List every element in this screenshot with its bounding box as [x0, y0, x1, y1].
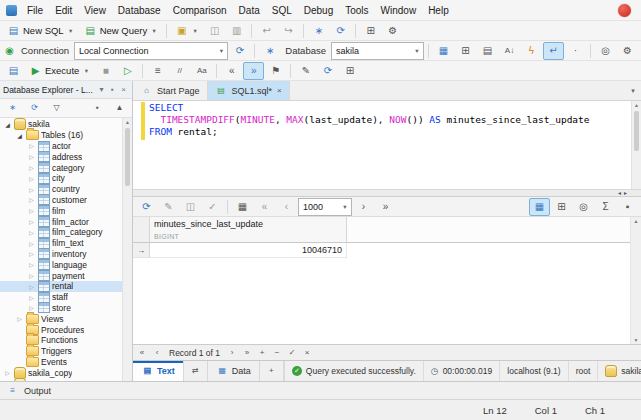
first-record-icon[interactable]: «: [137, 348, 147, 357]
delete-record-icon[interactable]: −: [272, 348, 282, 357]
pin-icon[interactable]: ▪: [107, 85, 118, 94]
menu-window[interactable]: Window: [375, 3, 423, 18]
sql-document-button[interactable]: ▤: [3, 62, 24, 80]
expand-icon[interactable]: ▷: [27, 175, 36, 182]
tree-item-film-category[interactable]: ▷film_category: [0, 227, 122, 238]
close-icon[interactable]: ×: [118, 85, 129, 94]
tree-item-functions[interactable]: Functions: [0, 335, 122, 346]
expand-icon[interactable]: ▷: [27, 304, 36, 311]
explorer-refresh-button[interactable]: ⟳: [24, 99, 45, 117]
menu-sql[interactable]: SQL: [266, 3, 298, 18]
scrollbar-thumb[interactable]: [125, 128, 130, 186]
grid-view-button[interactable]: ▦: [529, 198, 550, 216]
new-sql-button[interactable]: ▤ New SQL ▾: [3, 22, 79, 40]
tab-sql1[interactable]: ▤ SQL1.sql* ×: [208, 81, 290, 100]
grid-options-button[interactable]: ▦: [232, 198, 253, 216]
menu-help[interactable]: Help: [422, 3, 455, 18]
open-button[interactable]: ▣ ▾: [171, 22, 203, 40]
tree-item-procedures[interactable]: Procedures: [0, 324, 122, 335]
expand-icon[interactable]: ▷: [27, 250, 36, 257]
tab-text-view[interactable]: ▤ Text: [133, 361, 184, 381]
refresh-button[interactable]: ⟳: [330, 22, 351, 40]
reconnect-button[interactable]: ⟳: [229, 42, 250, 60]
sql-code[interactable]: SELECT TIMESTAMPDIFF(MINUTE, MAX(last_up…: [147, 101, 631, 189]
next-page-button[interactable]: ›: [353, 198, 374, 216]
save-button[interactable]: ◫: [204, 22, 225, 40]
refresh-results-button[interactable]: ⟳: [136, 198, 157, 216]
menu-edit[interactable]: Edit: [49, 3, 78, 18]
menu-tools[interactable]: Tools: [339, 3, 374, 18]
tree-item-film-text[interactable]: ▷film_text: [0, 238, 122, 249]
undo-button[interactable]: ↩: [256, 22, 277, 40]
tree-item-store[interactable]: ▷store: [0, 303, 122, 314]
stop-button[interactable]: ■: [95, 62, 116, 80]
tree-item-rental[interactable]: ▷rental: [0, 281, 122, 292]
column-header[interactable]: minutes_since_last_update BIGINT: [150, 217, 347, 243]
collapse-left-icon[interactable]: ◂: [618, 191, 621, 195]
refresh-schema-button[interactable]: ⟳: [317, 62, 338, 80]
menu-database[interactable]: Database: [112, 3, 167, 18]
collapse-icon[interactable]: ◢: [3, 121, 12, 128]
tab-data-view[interactable]: ▦ Data: [208, 361, 260, 381]
bookmark-button[interactable]: ⚑: [265, 62, 286, 80]
row-selector[interactable]: →: [133, 243, 150, 258]
tree-item-payment[interactable]: ▷payment: [0, 270, 122, 281]
tree-item-sakila[interactable]: ◢sakila: [0, 119, 122, 130]
expand-icon[interactable]: ▷: [27, 240, 36, 247]
last-page-button[interactable]: »: [375, 198, 396, 216]
aggregates-button[interactable]: Σ: [595, 198, 616, 216]
tree-item-tables-16[interactable]: ◢Tables (16): [0, 130, 122, 141]
page-size-select[interactable]: 1000 ▾: [298, 198, 352, 216]
expand-icon[interactable]: ▷: [27, 294, 36, 301]
expand-icon[interactable]: ▷: [27, 186, 36, 193]
chevron-down-icon[interactable]: ▾: [191, 27, 199, 35]
notification-icon[interactable]: [618, 4, 631, 17]
tree-item-triggers[interactable]: Triggers: [0, 346, 122, 357]
scroll-down-icon[interactable]: ▼: [634, 337, 639, 343]
database-select[interactable]: sakila ▾: [331, 42, 424, 60]
card-view-button[interactable]: ⊞: [551, 198, 572, 216]
tree-item-inventory[interactable]: ▷inventory: [0, 249, 122, 260]
snippet-button[interactable]: ✎: [295, 62, 316, 80]
add-view-tab[interactable]: +: [260, 361, 284, 381]
output-panel[interactable]: ≡ Output: [0, 381, 641, 399]
scroll-up-icon[interactable]: ▲: [634, 218, 639, 224]
chevron-down-icon[interactable]: ▾: [413, 47, 421, 55]
editor-scrollbar[interactable]: ▲: [631, 101, 641, 189]
expand-icon[interactable]: ▷: [27, 218, 36, 225]
pin-results-button[interactable]: ▪: [617, 198, 638, 216]
execution-plan-button[interactable]: ϟ: [521, 42, 542, 60]
first-page-button[interactable]: «: [254, 198, 275, 216]
expand-icon[interactable]: ▷: [27, 153, 36, 160]
tree-item-country[interactable]: ▷country: [0, 184, 122, 195]
menu-debug[interactable]: Debug: [298, 3, 339, 18]
expand-icon[interactable]: ▷: [3, 369, 12, 376]
expand-icon[interactable]: ▷: [27, 261, 36, 268]
tree-item-film-actor[interactable]: ▷film_actor: [0, 216, 122, 227]
debug-button[interactable]: ▷: [117, 62, 138, 80]
expand-icon[interactable]: ▷: [27, 142, 36, 149]
explorer-pin-button[interactable]: ▪: [87, 99, 108, 117]
explorer-new-connection-button[interactable]: ∗: [2, 99, 23, 117]
next-record-icon[interactable]: ›: [227, 348, 237, 357]
grid-mode-button[interactable]: ⊞: [339, 62, 360, 80]
layout-button[interactable]: ⊞: [360, 22, 381, 40]
comment-button[interactable]: //: [169, 62, 190, 80]
grid-corner-cell[interactable]: [133, 217, 150, 243]
table-designer-button[interactable]: ▦: [433, 42, 454, 60]
new-query-button[interactable]: ▤ New Query ▾: [80, 22, 163, 40]
table-row[interactable]: → 10046710: [133, 243, 641, 258]
last-record-icon[interactable]: »: [242, 348, 252, 357]
tree-item-staff[interactable]: ▷staff: [0, 292, 122, 303]
cell-value[interactable]: 10046710: [150, 243, 347, 258]
collapse-icon[interactable]: ◢: [15, 132, 24, 139]
tree-item-category[interactable]: ▷category: [0, 162, 122, 173]
expand-icon[interactable]: ▷: [27, 283, 36, 290]
chevron-down-icon[interactable]: ▾: [96, 85, 107, 94]
expand-icon[interactable]: ▷: [15, 315, 24, 322]
grid-scrollbar[interactable]: ▲ ▼: [630, 217, 641, 344]
tree-item-customer[interactable]: ▷customer: [0, 195, 122, 206]
collapse-right-icon[interactable]: ▸: [624, 191, 627, 195]
menu-file[interactable]: File: [21, 3, 49, 18]
data-grid-button[interactable]: ⊞: [455, 42, 476, 60]
